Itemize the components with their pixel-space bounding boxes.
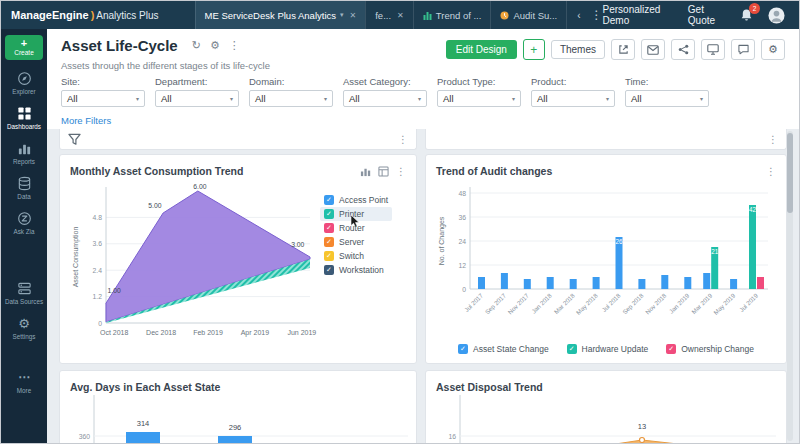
sidebar-item-more[interactable]: ⋯More [1,370,47,394]
legend-item-printer[interactable]: ✓Printer [320,207,392,221]
user-avatar[interactable] [768,7,785,24]
card-title: Avg. Days in Each Asset State [70,381,220,393]
filter-domain-: Domain:All▾ [249,76,333,107]
tabs-menu-icon[interactable]: ⋮ [591,8,603,22]
sidebar-item-label: More [17,387,31,394]
legend-item-server[interactable]: ✓Server [320,235,392,249]
comments-button[interactable] [731,39,755,60]
themes-button[interactable]: Themes [551,40,605,59]
sidebar-item-data-sources[interactable]: Data Sources [1,281,47,305]
legend-item-ownership-change[interactable]: ✓Ownership Change [664,343,756,355]
legend-label: Asset State Change [473,344,549,354]
more-filters-link[interactable]: More Filters [61,115,111,126]
kebab-menu-icon[interactable]: ⋮ [229,39,240,52]
filter-select[interactable]: All▾ [61,90,145,107]
settings-icon[interactable]: ⚙ [210,39,220,52]
sidebar-item-settings[interactable]: ⚙Settings [1,316,47,340]
legend-checkbox[interactable]: ✓ [567,344,577,354]
title-icons: ↻ ⚙ ⋮ [192,39,240,52]
sidebar-item-data[interactable]: Data [1,176,47,200]
edit-design-button[interactable]: Edit Design [446,40,517,59]
topbar-tab-audit-su-[interactable]: Audit Su... [490,1,567,29]
legend-checkbox[interactable]: ✓ [324,251,334,261]
tab-close-icon[interactable]: ✕ [350,11,357,20]
svg-text:May 2019: May 2019 [712,291,737,316]
chevron-down-icon: ▾ [324,95,327,102]
svg-text:1.2: 1.2 [93,293,103,300]
filter-select[interactable]: All▾ [343,90,427,107]
view-data-icon[interactable] [378,166,389,177]
topbar-tab-trend-of-[interactable]: Trend of ... [413,1,491,29]
filter-select[interactable]: All▾ [437,90,521,107]
legend-checkbox[interactable]: ✓ [324,223,334,233]
svg-text:26: 26 [615,238,623,245]
kebab-menu-icon[interactable]: ⋮ [766,166,776,177]
sidebar-item-explorer[interactable]: Explorer [1,71,47,95]
get-quote-link[interactable]: Get Quote [688,4,725,26]
vertical-scrollbar[interactable] [787,131,793,441]
refresh-icon[interactable]: ↻ [192,39,201,52]
page-title-row: Asset Life-Cycle ↻ ⚙ ⋮ [61,37,240,54]
filter-funnel-icon[interactable] [68,133,81,146]
filter-select[interactable]: All▾ [155,90,239,107]
legend-checkbox[interactable]: ✓ [324,209,334,219]
legend-item-switch[interactable]: ✓Switch [320,249,392,263]
email-button[interactable] [641,39,665,60]
svg-text:2.4: 2.4 [93,267,103,274]
sidebar-item-label: Data Sources [5,298,43,305]
create-button[interactable]: + Create [5,35,43,60]
legend-checkbox[interactable]: ✓ [324,195,334,205]
sidebar-item-reports[interactable]: Reports [1,141,47,165]
page-subtitle: Assets through the different stages of i… [61,60,270,71]
topbar-tab-me-servicedesk-plus-analytics[interactable]: ME ServiceDesk Plus Analytics▾✕ [195,1,366,29]
filter-select[interactable]: All▾ [531,90,615,107]
legend-item-workstation[interactable]: ✓Workstation [320,263,392,277]
kebab-menu-icon[interactable]: ⋮ [768,134,778,145]
filter-select[interactable]: All▾ [249,90,333,107]
page-title: Asset Life-Cycle [61,37,178,54]
export-button[interactable] [611,39,635,60]
dashboard-settings-button[interactable]: ⚙ [761,39,785,60]
mail-icon [647,45,659,55]
sidebar-item-label: Reports [13,158,35,165]
personalized-demo-link[interactable]: Personalized Demo [603,4,673,26]
sidebar: + Create ExplorerDashboardsReportsDataAs… [1,29,47,443]
scrollbar-thumb[interactable] [787,133,793,213]
tab-close-icon[interactable]: ✕ [397,11,404,20]
legend-item-hardware-update[interactable]: ✓Hardware Update [565,343,651,355]
data-icon [17,176,32,191]
tabs-back-arrow-icon[interactable]: ‹ [577,10,580,21]
card-body: 01.22.43.64.8Oct 2018Dec 2018Feb 2019Apr… [70,179,406,361]
filter-department-: Department:All▾ [155,76,239,107]
filters-row: Site:All▾Department:All▾Domain:All▾Asset… [61,76,709,107]
filter-select[interactable]: All▾ [625,90,709,107]
chevron-down-icon[interactable]: ▾ [340,11,344,19]
svg-text:360: 360 [79,433,91,440]
add-button[interactable]: + [523,39,545,60]
brand-logo[interactable]: ManageEngine ) Analytics Plus [1,9,169,21]
sidebar-item-ask-zia[interactable]: Ask Zia [1,211,47,235]
kebab-menu-icon[interactable]: ⋮ [396,166,406,177]
slideshow-button[interactable] [701,39,725,60]
tab-label: Trend of ... [436,10,482,21]
sidebar-item-dashboards[interactable]: Dashboards [1,106,47,130]
share-button[interactable] [671,39,695,60]
kebab-menu-icon[interactable]: ⋮ [398,134,408,145]
legend-checkbox[interactable]: ✓ [324,265,334,275]
notifications-bell-icon[interactable]: 2 [740,8,753,22]
svg-text:Jan 2019: Jan 2019 [668,291,691,314]
legend-checkbox[interactable]: ✓ [458,344,468,354]
legend-checkbox[interactable]: ✓ [324,237,334,247]
chart-type-icon[interactable] [360,166,371,177]
card-icons: ⋮ [360,166,406,177]
sidebar-item-label: Explorer [12,88,35,95]
filter-label: Asset Category: [343,76,427,87]
topbar-tab-fe-[interactable]: fe...✕ [365,1,413,29]
card-monthly-asset-consumption: Monthly Asset Consumption Trend ⋮ 01.22.… [59,154,417,364]
legend-item-access-point[interactable]: ✓Access Point [320,193,392,207]
legend-checkbox[interactable]: ✓ [666,344,676,354]
svg-text:Jul 2017: Jul 2017 [463,291,485,313]
legend-label: Server [339,237,364,247]
legend-item-asset-state-change[interactable]: ✓Asset State Change [456,343,551,355]
legend-item-router[interactable]: ✓Router [320,221,392,235]
